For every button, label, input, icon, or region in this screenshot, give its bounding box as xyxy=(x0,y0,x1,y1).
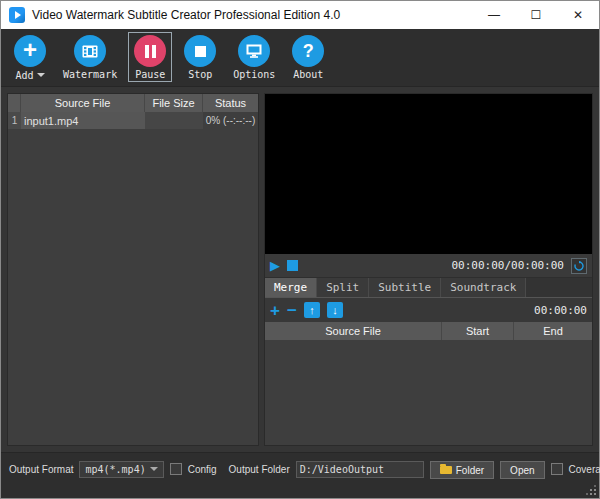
tab-split[interactable]: Split xyxy=(317,278,369,297)
options-label: Options xyxy=(233,69,275,80)
maximize-button[interactable]: ☐ xyxy=(515,1,557,29)
merge-toolbar: + − ↑ ↓ 00:00:00 xyxy=(265,298,592,322)
tab-soundtrack[interactable]: Soundtrack xyxy=(441,278,526,297)
tab-merge[interactable]: Merge xyxy=(265,278,317,297)
file-table-header: Source File File Size Status xyxy=(8,94,258,112)
row-source-file: input1.mp4 xyxy=(21,112,145,129)
merge-column-start[interactable]: Start xyxy=(442,322,514,340)
pause-icon xyxy=(134,35,166,67)
chevron-down-icon xyxy=(150,467,158,475)
output-format-label: Output Format xyxy=(9,461,73,478)
row-file-size xyxy=(145,112,203,129)
merge-column-source-file[interactable]: Source File xyxy=(265,322,442,340)
loop-icon xyxy=(574,261,584,271)
watermark-button[interactable]: Watermark xyxy=(59,33,121,81)
column-file-size[interactable]: File Size xyxy=(145,94,203,112)
add-button[interactable]: + Add xyxy=(9,33,51,82)
pause-label: Pause xyxy=(135,69,165,80)
preview-panel: ▶ 00:00:00/00:00:00 Merge Split Subtitle… xyxy=(264,93,593,446)
tab-subtitle[interactable]: Subtitle xyxy=(369,278,441,297)
column-row-number xyxy=(8,94,21,112)
minimize-button[interactable]: — xyxy=(473,1,515,29)
coverage-checkbox[interactable] xyxy=(551,463,563,475)
close-button[interactable]: ✕ xyxy=(557,1,599,29)
move-down-button[interactable]: ↓ xyxy=(327,302,343,318)
player-controls: ▶ 00:00:00/00:00:00 xyxy=(265,254,592,278)
file-table-empty-area xyxy=(8,129,258,445)
watermark-icon xyxy=(74,35,106,67)
stop-button[interactable]: Stop xyxy=(179,33,221,81)
merge-table-empty-area xyxy=(265,340,592,445)
open-button-label: Open xyxy=(510,465,534,476)
app-icon xyxy=(9,7,25,23)
loop-button[interactable] xyxy=(571,258,587,274)
column-source-file[interactable]: Source File xyxy=(21,94,145,112)
merge-total-time: 00:00:00 xyxy=(534,304,587,317)
output-format-value: mp4(*.mp4) xyxy=(85,464,145,475)
about-button[interactable]: ? About xyxy=(287,33,329,81)
folder-button-label: Folder xyxy=(456,465,484,476)
playback-time: 00:00:00/00:00:00 xyxy=(451,259,564,272)
add-icon: + xyxy=(14,35,46,67)
row-number: 1 xyxy=(8,112,21,129)
main-content: Source File File Size Status 1 input1.mp… xyxy=(1,87,599,452)
stop-icon xyxy=(184,35,216,67)
window-title: Video Watermark Subtitle Creator Profess… xyxy=(32,8,340,22)
editor-tabs: Merge Split Subtitle Soundtrack xyxy=(265,278,592,298)
merge-table-header: Source File Start End xyxy=(265,322,592,340)
about-icon: ? xyxy=(292,35,324,67)
move-up-button[interactable]: ↑ xyxy=(304,302,320,318)
stop-label: Stop xyxy=(188,69,212,80)
row-status: 0% (--:--:--) xyxy=(203,112,258,129)
watermark-label: Watermark xyxy=(63,69,117,80)
folder-icon xyxy=(440,466,452,474)
output-folder-label: Output Folder xyxy=(229,461,290,478)
add-dropdown-caret[interactable] xyxy=(37,73,45,81)
main-toolbar: + Add Watermark xyxy=(1,29,599,87)
options-icon xyxy=(238,35,270,67)
remove-clip-button[interactable]: − xyxy=(287,302,297,319)
add-label: Add xyxy=(15,70,33,81)
add-clip-button[interactable]: + xyxy=(270,302,280,319)
coverage-label: Coverage xyxy=(569,461,600,478)
play-button[interactable]: ▶ xyxy=(270,259,280,272)
column-status[interactable]: Status xyxy=(203,94,258,112)
open-button[interactable]: Open xyxy=(500,461,544,479)
video-preview[interactable] xyxy=(265,94,592,254)
merge-column-end[interactable]: End xyxy=(514,322,592,340)
folder-button[interactable]: Folder xyxy=(430,461,494,479)
window-controls: — ☐ ✕ xyxy=(473,1,599,29)
config-checkbox[interactable] xyxy=(170,463,182,475)
output-format-select[interactable]: mp4(*.mp4) xyxy=(79,461,163,478)
app-window: Video Watermark Subtitle Creator Profess… xyxy=(0,0,600,499)
pause-button[interactable]: Pause xyxy=(129,33,171,81)
config-label: Config xyxy=(188,461,217,478)
title-bar: Video Watermark Subtitle Creator Profess… xyxy=(1,1,599,29)
output-folder-input[interactable] xyxy=(296,461,424,478)
source-file-panel: Source File File Size Status 1 input1.mp… xyxy=(7,93,259,446)
about-label: About xyxy=(293,69,323,80)
stop-playback-button[interactable] xyxy=(287,260,298,271)
status-bar: Output Format mp4(*.mp4) Config Output F… xyxy=(1,452,599,498)
file-table-row[interactable]: 1 input1.mp4 0% (--:--:--) xyxy=(8,112,258,129)
options-button[interactable]: Options xyxy=(229,33,279,81)
resize-grip[interactable] xyxy=(587,486,596,495)
